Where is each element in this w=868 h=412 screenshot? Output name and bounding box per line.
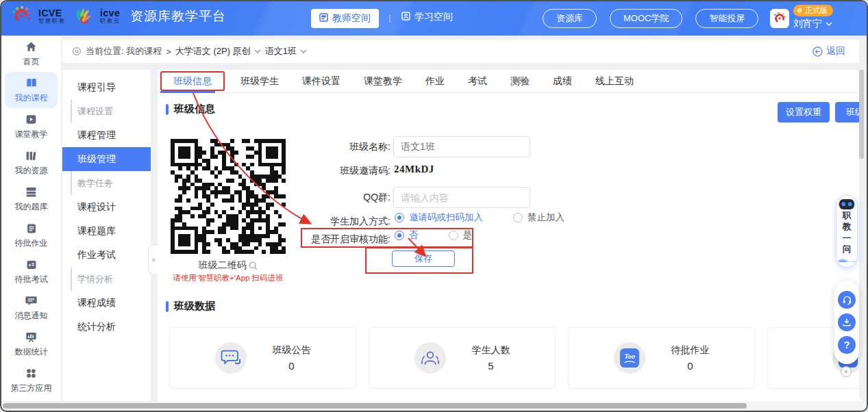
- user-menu[interactable]: 刘宵宁: [793, 18, 832, 30]
- platform-title: 资源库教学平台: [130, 8, 226, 25]
- radio-icon[interactable]: [513, 213, 523, 222]
- user-name-label: 刘宵宁: [793, 18, 822, 30]
- course-selector[interactable]: 大学语文 (2P) 原创: [175, 45, 261, 57]
- vertical-scrollbar-thumb[interactable]: [859, 70, 864, 159]
- question-button[interactable]: ?: [838, 336, 856, 354]
- stat-card-1[interactable]: 学生人数5: [369, 327, 556, 389]
- join-mode-label: 学生加入方式:: [253, 216, 390, 228]
- download-button[interactable]: [838, 313, 856, 331]
- teacher-space-icon: [319, 13, 328, 24]
- course-menu-item-9[interactable]: 课程成绩: [62, 291, 151, 315]
- sidebar-item-messages[interactable]: 消息通知: [5, 289, 58, 326]
- tab-7[interactable]: 成绩: [541, 75, 584, 88]
- people-icon: [414, 342, 446, 374]
- close-floating-button[interactable]: ×: [841, 366, 852, 377]
- magnifier-icon[interactable]: [248, 261, 258, 271]
- course-menu-item-2[interactable]: 课程管理: [62, 123, 151, 147]
- sidebar-item-pending-exams[interactable]: 待批考试: [5, 253, 58, 289]
- headset-button[interactable]: [838, 291, 856, 309]
- sidebar-item-my-question-bank[interactable]: 我的题库: [5, 181, 58, 217]
- class-name-input[interactable]: [393, 136, 530, 157]
- assistant-label-char: 一: [843, 233, 852, 244]
- save-button[interactable]: 保存: [392, 250, 455, 267]
- radio-icon[interactable]: [395, 213, 404, 222]
- collapse-menu-button[interactable]: «: [148, 244, 158, 274]
- vertical-scrollbar[interactable]: [859, 40, 864, 399]
- floating-toolbar: ?: [834, 281, 859, 364]
- set-weight-button[interactable]: 设置权重: [778, 102, 830, 123]
- tab-8[interactable]: 线上互动: [584, 75, 645, 88]
- icve-shell-logo-icon: [71, 5, 95, 28]
- class-info-section-header: 班级信息: [166, 103, 215, 116]
- sidebar-item-my-courses[interactable]: 我的课程: [5, 72, 58, 108]
- header-link-1[interactable]: MOOC学院: [610, 9, 682, 28]
- chevron-down-icon: [300, 49, 307, 53]
- tab-5[interactable]: 考试: [456, 75, 499, 88]
- top-header: ICVE 智慧职教 icve 职教云 资源库教学平台: [1, 1, 867, 36]
- teacher-space-button[interactable]: 教师空间: [311, 9, 379, 28]
- sidebar-item-label: 我的课程: [15, 92, 48, 104]
- back-arrow-icon: [813, 47, 823, 57]
- assistant-widget[interactable]: 职教一问: [836, 195, 858, 268]
- course-menu-item-6[interactable]: 课程题库: [62, 219, 151, 243]
- learning-space-button[interactable]: 学习空间: [401, 11, 453, 23]
- left-icon-sidebar: 首页我的课程课堂教学我的资源我的题库待批作业待批考试消息通知数据统计第三方应用: [1, 36, 62, 401]
- course-menu-item-0[interactable]: 课程引导: [62, 75, 151, 99]
- radio-label: 是: [463, 229, 473, 242]
- sidebar-item-label: 待批考试: [15, 274, 48, 285]
- sidebar-item-my-resources[interactable]: 我的资源: [5, 144, 58, 181]
- radio-icon[interactable]: [449, 231, 458, 240]
- join-mode-option-0[interactable]: 邀请码或扫码加入: [395, 211, 483, 224]
- stat-card-value: 0: [288, 360, 294, 372]
- tab-1[interactable]: 班级学生: [229, 75, 290, 88]
- header-link-2[interactable]: 智能投屏: [695, 9, 758, 28]
- chat-icon: [215, 342, 247, 374]
- tab-3[interactable]: 课堂教学: [352, 75, 414, 88]
- audit-radio-group: 否是: [395, 229, 472, 242]
- bank-icon: [25, 185, 38, 199]
- headset-icon: [842, 295, 852, 305]
- sidebar-item-label: 课堂教学: [15, 129, 48, 140]
- book-icon: [25, 77, 38, 90]
- stat-card-title: 班级公告: [273, 344, 311, 357]
- stat-card-texts: 班级公告0: [273, 344, 311, 372]
- horizontal-scrollbar[interactable]: [1, 402, 867, 409]
- sidebar-item-classroom-teaching[interactable]: 课堂教学: [5, 108, 58, 144]
- version-badge: 正式版: [793, 5, 833, 16]
- tab-6[interactable]: 测验: [499, 75, 541, 88]
- medal-icon: [796, 8, 803, 14]
- back-label: 返回: [826, 45, 845, 57]
- class-selector[interactable]: 语文1班: [265, 45, 307, 57]
- brand-area: ICVE 智慧职教 icve 职教云 资源库教学平台: [10, 5, 226, 28]
- course-menu-item-5[interactable]: 课程设计: [62, 195, 151, 219]
- sidebar-item-statistics[interactable]: 数据统计: [5, 326, 58, 362]
- header-links: 资源库MOOC学院智能投屏: [543, 9, 758, 28]
- qq-group-label: QQ群:: [253, 192, 390, 204]
- section-accent-bar: [166, 104, 169, 115]
- radio-icon[interactable]: [395, 231, 404, 240]
- audit-option-1[interactable]: 是: [449, 229, 473, 242]
- stat-card-2[interactable]: Too待批作业0: [568, 327, 755, 389]
- qq-group-input[interactable]: [393, 187, 530, 208]
- clipped-class-button[interactable]: 班级: [835, 102, 862, 123]
- stat-card-0[interactable]: 班级公告0: [169, 327, 356, 389]
- header-link-0[interactable]: 资源库: [543, 9, 597, 28]
- sidebar-item-third-party-apps[interactable]: 第三方应用: [5, 362, 58, 398]
- sidebar-item-pending-homework[interactable]: 待批作业: [5, 217, 58, 253]
- back-button[interactable]: 返回: [813, 45, 845, 57]
- tab-0[interactable]: 班级信息: [162, 75, 223, 86]
- radio-label: 邀请码或扫码加入: [409, 211, 483, 224]
- join-mode-option-1[interactable]: 禁止加入: [513, 211, 565, 224]
- course-menu-item-3[interactable]: 班级管理: [62, 147, 151, 171]
- tab-4[interactable]: 作业: [414, 75, 456, 88]
- course-menu-item-10[interactable]: 统计分析: [62, 315, 151, 339]
- horizontal-scrollbar-thumb[interactable]: [3, 403, 747, 409]
- course-menu-item-7[interactable]: 作业考试: [62, 243, 151, 267]
- avatar[interactable]: [770, 9, 789, 28]
- audit-option-0[interactable]: 否: [395, 229, 419, 242]
- active-tab-underline: [160, 91, 215, 93]
- user-block: 正式版 刘宵宁: [793, 5, 833, 30]
- sidebar-item-home[interactable]: 首页: [5, 36, 58, 72]
- tab-2[interactable]: 课件设置: [290, 75, 352, 88]
- course-name: 大学语文 (2P) 原创: [175, 45, 251, 57]
